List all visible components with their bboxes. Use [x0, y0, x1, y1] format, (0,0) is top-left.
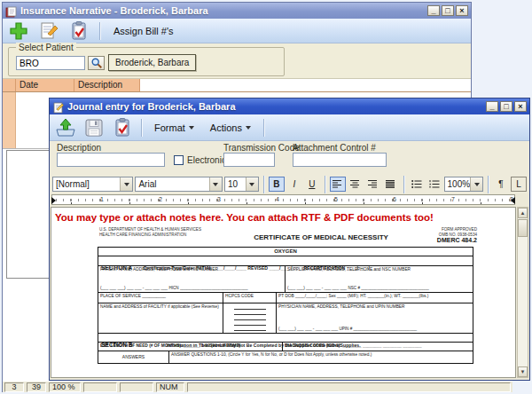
ruler-number: 1	[100, 196, 104, 202]
align-center-button[interactable]	[348, 177, 364, 192]
left-indent-marker[interactable]	[51, 197, 56, 204]
edit-narrative-button[interactable]	[36, 20, 61, 43]
close-button[interactable]: ×	[456, 5, 468, 16]
toolbar-separator	[99, 22, 100, 40]
cmn-form-code: DMERC 484.2	[403, 237, 477, 245]
editor-page[interactable]: You may type or attach notes here. You c…	[51, 207, 516, 378]
journal-entry-window: Journal entry for Broderick, Barbara _ □…	[49, 98, 530, 381]
bold-button[interactable]: B	[269, 177, 285, 192]
save-button[interactable]	[82, 116, 106, 139]
vertical-scrollbar[interactable]: ▲ ▼	[517, 207, 528, 378]
insurance-titlebar[interactable]: Insurance Narrative - Broderick, Barbara…	[3, 3, 471, 19]
toolbar-separator	[403, 176, 404, 193]
align-left-button[interactable]	[330, 177, 346, 192]
description-input[interactable]	[57, 153, 165, 167]
plus-icon	[8, 20, 29, 42]
scrollbar-thumb[interactable]	[518, 219, 528, 237]
format-menu-label: Format	[154, 122, 185, 133]
verify-narrative-button[interactable]	[66, 20, 91, 43]
zoom-combo[interactable]: 100%	[444, 177, 484, 192]
actions-menu-button[interactable]: Actions	[204, 120, 257, 136]
screen: Insurance Narrative - Broderick, Barbara…	[0, 0, 532, 394]
answers-label: ANSWERS	[98, 351, 169, 363]
chevron-down-icon	[246, 126, 251, 130]
toolbar-separator	[488, 176, 489, 193]
status-line-number: 3	[4, 382, 24, 392]
electronic-checkbox[interactable]	[174, 155, 184, 165]
scroll-down-icon[interactable]: ▼	[518, 366, 528, 377]
physician-phone-line: (___ ___) ___ ___ - ___ ___ ___ UPIN # _…	[278, 327, 417, 332]
verify-journal-button[interactable]	[110, 116, 135, 139]
cmn-section-b-row: SECTION B Information in This Section Ma…	[98, 333, 473, 342]
assign-bill-numbers-button[interactable]: Assign Bill #'s	[108, 24, 179, 38]
chevron-down-icon[interactable]	[209, 177, 222, 191]
font-size-combo[interactable]: 10	[224, 177, 259, 192]
import-tray-icon	[54, 117, 77, 138]
numbered-list-button[interactable]	[426, 177, 442, 192]
select-patient-panel: Select Patient Broderick, Barbara	[3, 43, 471, 79]
patient-search-button[interactable]	[88, 56, 105, 70]
right-indent-marker[interactable]	[511, 197, 515, 204]
transmission-code-label: Transmission Code	[223, 143, 300, 153]
grid-gutter-column	[3, 92, 16, 148]
close-button[interactable]: ×	[514, 101, 527, 112]
ruler-toggle-button[interactable]: L	[511, 177, 527, 192]
patient-cell: PATIENT NAME, ADDRESS, TELEPHONE and HIC…	[98, 266, 286, 292]
selected-patient-name[interactable]: Broderick, Barbara	[108, 54, 196, 71]
save-floppy-icon	[83, 117, 105, 138]
minimize-button[interactable]: _	[427, 5, 440, 16]
grid-column-date[interactable]: Date	[16, 79, 74, 91]
ruler-row: 1 2 3 4 5 6 7 8	[50, 193, 529, 207]
insurance-toolbar: Assign Bill #'s	[3, 19, 471, 43]
grid-column-description[interactable]: Description	[74, 79, 140, 91]
supplier-cell: SUPPLIER NAME, ADDRESS, TELEPHONE and NS…	[286, 266, 473, 292]
journal-toolbar: Format Actions	[50, 114, 529, 141]
diagnosis-codes-cell: DIAGNOSIS CODES (ICD-9): ________ ______…	[283, 343, 473, 351]
cmn-approval-block: FORM APPROVED OMB NO. 0938-0534 DMERC 48…	[403, 227, 477, 245]
show-paragraph-marks-button[interactable]: ¶	[493, 177, 509, 192]
align-justify-button[interactable]	[383, 177, 399, 192]
add-narrative-button[interactable]	[6, 20, 31, 43]
chevron-down-icon[interactable]	[120, 177, 132, 191]
attach-import-button[interactable]	[53, 116, 78, 139]
scroll-up-icon[interactable]: ▲	[518, 208, 528, 218]
font-name-combo[interactable]: Arial	[135, 177, 222, 192]
status-zoom: 100 %	[49, 382, 81, 392]
chevron-down-icon[interactable]	[246, 177, 258, 191]
transmission-code-input[interactable]	[223, 153, 275, 167]
zoom-value: 100%	[448, 179, 471, 189]
answers-instructions: ANSWER QUESTIONS 1-10, (Circle Y for Yes…	[169, 351, 473, 363]
hcpcs-lines-cell	[223, 303, 277, 333]
italic-button[interactable]: I	[286, 177, 302, 192]
ruler[interactable]: 1 2 3 4 5 6 7 8	[51, 194, 515, 205]
maximize-button[interactable]: □	[500, 101, 512, 112]
status-message	[187, 382, 511, 392]
description-label: Description	[57, 143, 101, 153]
format-menu-button[interactable]: Format	[148, 120, 200, 136]
paragraph-style-combo[interactable]: [Normal]	[52, 177, 133, 192]
numbered-list-icon	[429, 180, 440, 188]
status-column-number: 39	[27, 382, 46, 392]
chevron-down-icon[interactable]	[470, 177, 482, 191]
bullet-list-button[interactable]	[409, 177, 425, 192]
journal-titlebar[interactable]: Journal entry for Broderick, Barbara _ □…	[50, 98, 529, 114]
ruler-number: 6	[393, 196, 396, 202]
select-patient-label: Select Patient	[16, 43, 76, 52]
insurance-window-icon	[5, 5, 17, 17]
cmn-agency-line2: HEALTH CARE FINANCING ADMINISTRATION	[99, 232, 239, 238]
attachment-control-input[interactable]	[293, 153, 387, 167]
align-right-icon	[368, 180, 378, 188]
underline-button[interactable]: U	[304, 177, 320, 192]
bullet-list-icon	[411, 180, 422, 188]
cmn-table: OXYGEN SECTION A Certification Type/Date…	[98, 247, 473, 364]
maximize-button[interactable]: □	[442, 5, 454, 16]
status-bar: 3 39 100 % NUM	[3, 381, 512, 392]
toolbar-separator	[263, 176, 264, 193]
patient-search-input[interactable]	[16, 56, 85, 70]
align-right-button[interactable]	[365, 177, 381, 192]
cmn-title: CERTIFICATE OF MEDICAL NECESSITY	[239, 227, 403, 245]
cmn-facility-row: NAME and ADDRESS of FACILITY if applicab…	[98, 303, 473, 333]
minimize-button[interactable]: _	[486, 101, 498, 112]
clipboard-check-icon	[112, 117, 133, 138]
font-name-value: Arial	[138, 179, 208, 189]
